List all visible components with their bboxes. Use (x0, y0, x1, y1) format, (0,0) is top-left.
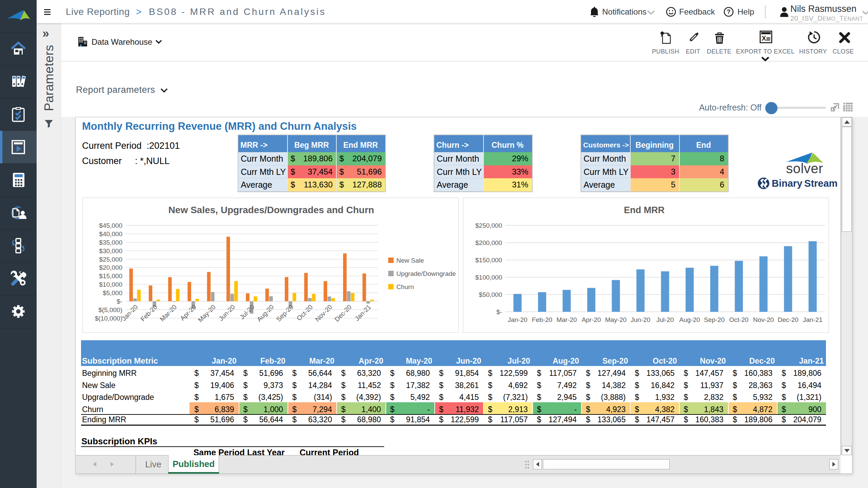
svg-text:$25,000: $25,000 (99, 256, 122, 263)
svg-text:$200,000: $200,000 (475, 239, 502, 246)
svg-text:Jan-21: Jan-21 (803, 316, 823, 323)
svg-text:$(5,000): $(5,000) (98, 306, 122, 313)
svg-text:Sep-20: Sep-20 (704, 316, 725, 323)
svg-text:Churn: Churn (396, 283, 414, 290)
svg-text:?: ? (727, 8, 731, 15)
svg-text:Aug-20: Aug-20 (679, 316, 700, 323)
svg-text:Oct-20: Oct-20 (729, 316, 749, 323)
svg-text:$-: $- (496, 308, 502, 316)
svg-text:$5,000: $5,000 (103, 289, 122, 297)
svg-text:$250,000: $250,000 (475, 222, 502, 229)
svg-text:End MRR: End MRR (624, 205, 665, 215)
svg-text:Apr-20: Apr-20 (581, 316, 601, 323)
svg-text:$40,000: $40,000 (99, 230, 122, 238)
svg-text:$100,000: $100,000 (475, 274, 502, 281)
svg-text:Jun-20: Jun-20 (631, 316, 650, 323)
svg-text:$-: $- (117, 298, 122, 305)
svg-text:May-20: May-20 (605, 316, 627, 323)
svg-text:$45,000: $45,000 (99, 222, 122, 229)
svg-text:Jul-20: Jul-20 (656, 316, 674, 323)
svg-text:$10,000: $10,000 (99, 281, 122, 288)
svg-text:Jan-20: Jan-20 (508, 316, 527, 323)
svg-text:$150,000: $150,000 (475, 257, 502, 264)
svg-text:$30,000: $30,000 (99, 247, 122, 255)
svg-text:$(10,000): $(10,000) (95, 315, 122, 322)
svg-text:Feb-20: Feb-20 (532, 316, 552, 323)
svg-text:$35,000: $35,000 (99, 239, 122, 246)
svg-text:X: X (762, 35, 766, 42)
svg-text:Nov-20: Nov-20 (753, 316, 774, 323)
svg-text:$20,000: $20,000 (99, 264, 122, 271)
svg-text:Mar-20: Mar-20 (556, 316, 577, 323)
svg-text:$50,000: $50,000 (479, 291, 502, 298)
svg-text:$15,000: $15,000 (99, 272, 122, 280)
svg-text:New Sale: New Sale (396, 257, 424, 264)
svg-text:Upgrade/Downgrade: Upgrade/Downgrade (396, 270, 456, 277)
svg-text:New Sales, Upgrades/Downgrades: New Sales, Upgrades/Downgrades and Churn (169, 205, 374, 215)
svg-text:Dec-20: Dec-20 (778, 316, 798, 323)
